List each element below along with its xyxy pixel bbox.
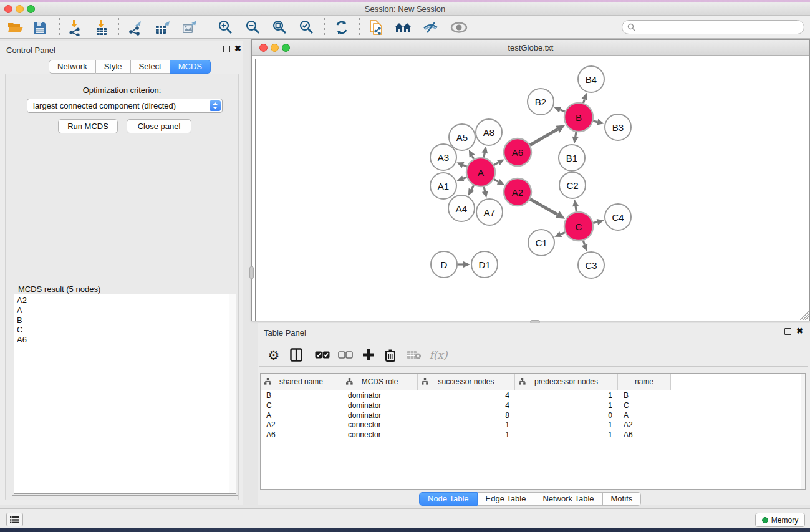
clone-network-icon[interactable] (366, 18, 387, 37)
cell-predecessor-nodes: 1 (515, 430, 618, 440)
column-header-MCDS-role[interactable]: MCDS role (342, 374, 418, 390)
show-eye-icon[interactable] (448, 18, 470, 37)
table-settings-icon[interactable]: ⚙ (264, 346, 283, 364)
hide-eye-icon[interactable] (420, 18, 441, 37)
export-image-icon[interactable] (179, 18, 200, 37)
node-label-A3: A3 (438, 152, 449, 163)
mcds-result-title: MCDS result (5 nodes) (16, 284, 103, 294)
column-header-predecessor-nodes[interactable]: predecessor nodes (515, 374, 618, 390)
mcds-result-list[interactable]: A2ABCA6 (14, 294, 236, 494)
node-label-A2: A2 (512, 187, 523, 198)
refresh-layout-icon[interactable] (331, 18, 352, 37)
column-header-successor-nodes[interactable]: successor nodes (418, 374, 515, 390)
table-float-panel-icon[interactable] (784, 328, 791, 335)
node-table[interactable]: shared nameMCDS rolesuccessor nodesprede… (260, 373, 806, 490)
import-table-icon[interactable] (91, 18, 112, 37)
show-columns-icon[interactable] (287, 346, 306, 364)
app-titlebar[interactable]: Session: New Session (0, 2, 810, 16)
save-session-icon[interactable] (29, 18, 51, 37)
tab-network[interactable]: Network (49, 60, 96, 74)
table-panel-title: Table Panel (264, 328, 306, 337)
run-mcds-button[interactable]: Run MCDS (58, 119, 118, 133)
cell-shared-name: C (261, 401, 342, 411)
export-network-icon[interactable] (125, 18, 147, 37)
deselect-all-checks-icon[interactable] (336, 346, 355, 364)
cell-MCDS-role: connector (342, 430, 418, 440)
table-tab-edge-table[interactable]: Edge Table (478, 492, 535, 506)
table-scrollbar[interactable] (801, 374, 805, 489)
mcds-tab-content: Optimization criterion: largest connecte… (5, 74, 239, 500)
dropdown-value: largest connected component (directed) (33, 101, 176, 110)
control-panel: Control Panel ✖ NetworkStyleSelectMCDS O… (0, 41, 243, 505)
task-history-button[interactable] (6, 513, 23, 526)
zoom-fit-icon[interactable] (269, 18, 291, 37)
column-header-shared-name[interactable]: shared name (261, 374, 342, 390)
result-item[interactable]: C (14, 325, 236, 335)
arrowhead-icon (572, 200, 579, 207)
cell-name: A2 (618, 420, 671, 430)
node-label-B4: B4 (586, 74, 597, 85)
close-panel-icon[interactable]: ✖ (234, 44, 241, 53)
canvas-vscroll-thumb[interactable] (249, 266, 254, 279)
search-input[interactable] (635, 22, 804, 32)
main-toolbar (0, 16, 810, 39)
table-tab-network-table[interactable]: Network Table (534, 492, 602, 506)
dropdown-stepper-icon[interactable] (210, 100, 221, 111)
home-icon[interactable] (393, 18, 414, 37)
zoom-out-icon[interactable] (243, 18, 264, 37)
table-tab-node-table[interactable]: Node Table (419, 492, 478, 506)
result-item[interactable]: B (14, 316, 236, 326)
node-label-C4: C4 (612, 212, 624, 223)
cell-successor-nodes: 1 (418, 420, 515, 430)
table-rows: Bdominator41BCdominator41CAdominator80AA… (261, 391, 800, 440)
result-item[interactable]: A (14, 306, 236, 316)
table-row[interactable]: Bdominator41B (261, 391, 800, 401)
tab-select[interactable]: Select (131, 60, 170, 74)
cell-MCDS-role: dominator (342, 411, 418, 421)
zoom-in-icon[interactable] (215, 18, 236, 37)
table-close-panel-icon[interactable]: ✖ (796, 326, 803, 336)
table-row[interactable]: Adominator80A (261, 411, 800, 421)
arrowhead-icon (582, 244, 588, 251)
window-resize-grip-icon[interactable] (800, 311, 809, 320)
delete-rows-icon[interactable] (381, 346, 400, 364)
table-panel: Table Panel ✖ ⚙ f(x) shared nameMCDS rol… (258, 323, 810, 505)
function-builder-icon: f(x) (429, 346, 448, 364)
node-label-A1: A1 (438, 181, 449, 191)
node-label-B: B (576, 112, 582, 123)
result-item[interactable]: A6 (14, 335, 236, 345)
table-row[interactable]: Cdominator41C (261, 401, 800, 411)
optimization-criterion-select[interactable]: largest connected component (directed) (27, 99, 223, 113)
network-canvas[interactable]: B4B2BB3A8A5A6A3B1AC2A1A2A4A7C4CC1C3DD1 (255, 59, 806, 321)
node-label-D1: D1 (478, 259, 490, 270)
delete-table-icon[interactable] (405, 346, 423, 364)
column-header-name[interactable]: name (618, 374, 671, 390)
export-table-icon[interactable] (152, 18, 173, 37)
arrowhead-icon (582, 93, 588, 100)
node-label-D: D (441, 259, 448, 270)
mcds-result-items: A2ABCA6 (14, 294, 236, 345)
float-panel-icon[interactable] (223, 46, 230, 52)
table-tab-motifs[interactable]: Motifs (603, 492, 642, 506)
result-item[interactable]: A2 (14, 296, 236, 306)
memory-status-icon (762, 517, 768, 523)
cell-MCDS-role: connector (342, 420, 418, 430)
close-panel-button[interactable]: Close panel (127, 119, 191, 133)
tab-mcds[interactable]: MCDS (170, 60, 211, 74)
app-title: Session: New Session (0, 4, 810, 14)
cell-MCDS-role: dominator (342, 391, 418, 401)
add-row-icon[interactable] (359, 346, 378, 364)
import-network-icon[interactable] (64, 18, 85, 37)
table-row[interactable]: A2connector11A2 (261, 420, 800, 430)
node-label-A: A (478, 167, 484, 178)
search-field[interactable] (622, 20, 804, 34)
table-row[interactable]: A6connector11A6 (261, 430, 800, 440)
open-file-icon[interactable] (5, 18, 26, 37)
network-view-window[interactable]: testGlobe.txt B4B2BB3A8A5A6A3B1AC2A1A2A4… (251, 39, 810, 321)
tab-style[interactable]: Style (96, 60, 131, 74)
result-scrollbar[interactable] (229, 294, 236, 493)
select-all-checks-icon[interactable] (313, 346, 332, 364)
network-window-titlebar[interactable]: testGlobe.txt (252, 40, 809, 56)
zoom-selected-icon[interactable] (296, 18, 317, 37)
memory-button[interactable]: Memory (755, 513, 805, 527)
